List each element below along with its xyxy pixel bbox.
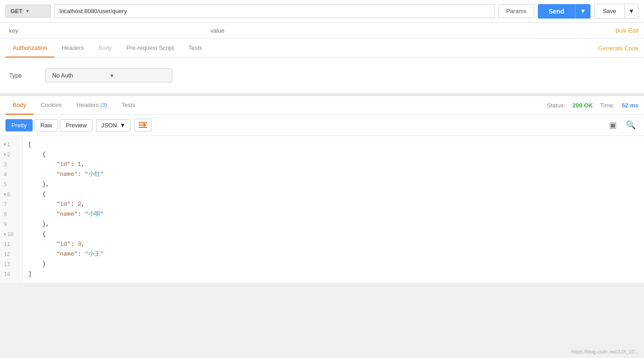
tab-tests[interactable]: Tests (181, 39, 209, 58)
tab-authorization[interactable]: Authorization (5, 39, 54, 58)
status-value: 200 OK (572, 102, 593, 109)
params-key-input[interactable] (5, 25, 207, 36)
params-button[interactable]: Params (498, 4, 534, 18)
time-value: 52 ms (622, 102, 639, 109)
line-2: ▼2 (0, 150, 22, 160)
line-8: 8 (0, 209, 22, 219)
line-6: ▼6 (0, 189, 22, 199)
line-9: 9 (0, 219, 22, 229)
preview-button[interactable]: Preview (60, 119, 93, 131)
generate-code-button[interactable]: Generate Code (598, 45, 639, 52)
send-group: Send ▼ (538, 4, 590, 19)
line-1: ▼1 (0, 140, 22, 150)
line-13: 13 (0, 259, 22, 269)
format-selector[interactable]: JSON ▼ (96, 119, 131, 131)
send-button[interactable]: Send (538, 4, 575, 19)
response-tabs: Body Cookies Headers (3) Tests Status: 2… (0, 96, 644, 115)
format-chevron-icon: ▼ (120, 122, 126, 129)
status-label: Status: (547, 102, 565, 109)
search-button[interactable]: 🔍 (623, 118, 639, 132)
response-tab-cookies[interactable]: Cookies (34, 96, 69, 115)
collapse-1[interactable]: ▼ (4, 142, 6, 147)
tab-body[interactable]: Body (91, 39, 119, 58)
save-dropdown-button[interactable]: ▼ (625, 4, 639, 19)
pretty-button[interactable]: Pretty (5, 119, 33, 131)
raw-button[interactable]: Raw (34, 119, 58, 131)
format-value: JSON (101, 122, 117, 129)
line-14: 14 (0, 269, 22, 279)
time-label: Time: (600, 102, 615, 109)
line-5: 5 (0, 179, 22, 189)
auth-type-value: No Auth (52, 72, 73, 79)
params-row: Bulk Edit (0, 23, 644, 39)
line-11: 11 (0, 239, 22, 249)
response-tab-body[interactable]: Body (5, 96, 34, 115)
method-select[interactable]: GET ▼ (5, 5, 51, 18)
line-12: 12 (0, 249, 22, 259)
tab-pre-request-script[interactable]: Pre-request Script (119, 39, 181, 58)
request-tabs: Authorization Headers Body Pre-request S… (0, 39, 644, 58)
save-group: Save ▼ (594, 4, 639, 19)
auth-type-row: Type No Auth ▼ (9, 68, 635, 82)
request-bar: GET ▼ Params Send ▼ Save ▼ (0, 0, 644, 23)
collapse-6[interactable]: ▼ (4, 192, 6, 197)
toolbar-right: ▣ 🔍 (606, 118, 639, 132)
send-dropdown-button[interactable]: ▼ (575, 4, 590, 19)
auth-type-chevron-icon: ▼ (109, 73, 114, 78)
collapse-2[interactable]: ▼ (4, 152, 6, 157)
collapse-10[interactable]: ▼ (4, 232, 6, 237)
response-toolbar: Pretty Raw Preview JSON ▼ ▣ 🔍 (0, 115, 644, 136)
params-value-input[interactable] (207, 25, 602, 36)
bulk-edit-button[interactable]: Bulk Edit (602, 27, 639, 34)
response-tab-tests[interactable]: Tests (114, 96, 142, 115)
line-4: 4 (0, 169, 22, 179)
auth-type-label: Type (9, 72, 36, 79)
auth-type-select[interactable]: No Auth ▼ (45, 68, 172, 82)
line-numbers: ▼1 ▼2 3 4 5 ▼6 7 8 9 ▼10 11 12 13 14 (0, 136, 23, 283)
tab-headers[interactable]: Headers (54, 39, 91, 58)
method-label: GET (10, 8, 23, 15)
url-input[interactable] (54, 4, 495, 18)
save-button[interactable]: Save (594, 4, 625, 19)
wrap-button[interactable] (134, 119, 151, 131)
method-chevron-icon: ▼ (25, 9, 30, 14)
copy-button[interactable]: ▣ (606, 118, 620, 132)
line-3: 3 (0, 160, 22, 169)
line-7: 7 (0, 199, 22, 209)
line-10: ▼10 (0, 229, 22, 239)
response-section: Body Cookies Headers (3) Tests Status: 2… (0, 96, 644, 283)
headers-badge: (3) (100, 102, 107, 108)
code-content: [ { "id": 1, "name": "小红" }, { "id": 2, … (23, 136, 644, 283)
auth-section: Type No Auth ▼ (0, 58, 644, 93)
code-area: ▼1 ▼2 3 4 5 ▼6 7 8 9 ▼10 11 12 13 14 [ {… (0, 136, 644, 283)
status-area: Status: 200 OK Time: 52 ms (547, 102, 639, 109)
response-tab-headers[interactable]: Headers (3) (69, 96, 114, 115)
